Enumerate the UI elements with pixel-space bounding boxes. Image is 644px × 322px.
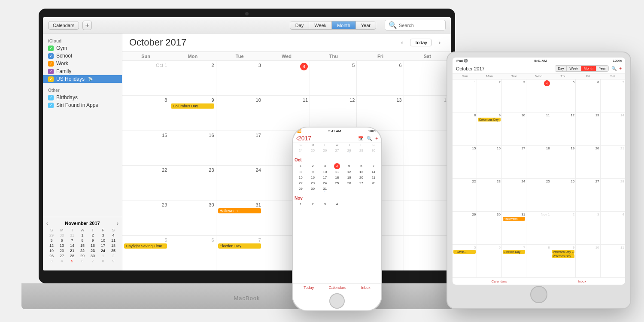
table-row[interactable]: 16 — [477, 146, 501, 178]
list-item[interactable]: 4 — [331, 201, 343, 207]
mini-cal-day[interactable]: 7 — [88, 258, 98, 264]
mini-cal-day[interactable]: 15 — [77, 243, 88, 248]
mini-cal-next[interactable]: › — [117, 221, 118, 226]
iphone-year-title[interactable]: 2017 — [298, 135, 358, 142]
table-row[interactable]: 9 Veterans Day L... Veterans Day — [551, 245, 576, 277]
ipad-add-icon[interactable]: + — [619, 66, 622, 71]
list-item[interactable]: 30 — [368, 148, 380, 155]
table-row[interactable]: 20 — [576, 146, 600, 178]
mini-cal-day[interactable]: 20 — [57, 248, 67, 253]
table-row[interactable]: 28 — [601, 179, 625, 211]
ipad-day-btn[interactable]: Day — [555, 66, 567, 71]
ipad-inbox-btn[interactable]: Inbox — [578, 279, 586, 283]
event-halloween[interactable]: Halloween — [503, 217, 525, 221]
calendars-button[interactable]: Calendars — [48, 21, 79, 30]
mini-cal-day[interactable]: 6 — [77, 258, 88, 264]
table-row[interactable]: 10 — [502, 112, 526, 145]
table-row[interactable]: 7 Election Day — [502, 245, 526, 277]
iphone-today-btn[interactable]: Today — [304, 286, 314, 290]
table-row[interactable]: 22 — [122, 166, 169, 200]
list-item[interactable]: 14 — [368, 169, 380, 175]
mini-cal-day[interactable]: 29 — [46, 233, 57, 238]
mini-cal-day[interactable]: 4 — [108, 233, 118, 238]
list-item[interactable]: 13 — [355, 169, 367, 175]
table-row[interactable]: 3 — [502, 79, 526, 112]
sidebar-item-family[interactable]: ✓ Family — [43, 67, 122, 75]
table-row[interactable]: 22 — [453, 179, 477, 211]
mini-cal-day[interactable]: 24 — [98, 248, 108, 253]
mini-cal-prev[interactable]: ‹ — [46, 221, 48, 226]
mini-cal-day[interactable]: 23 — [88, 248, 98, 253]
event-election-day[interactable]: Election Day — [503, 250, 525, 254]
list-item[interactable]: 23 — [307, 180, 319, 186]
ipad-year-btn[interactable]: Year — [596, 66, 608, 71]
mini-cal-day[interactable]: 27 — [57, 253, 67, 258]
mini-cal-day[interactable]: 3 — [98, 233, 108, 238]
table-row[interactable]: 12 — [551, 112, 576, 145]
list-item[interactable]: 26 — [343, 180, 355, 186]
mini-cal-day[interactable]: 26 — [46, 253, 57, 258]
table-row[interactable]: 12 — [310, 96, 357, 130]
table-row[interactable]: 17 — [502, 146, 526, 178]
table-row[interactable]: 11 — [263, 96, 310, 130]
mini-cal-day[interactable]: 11 — [108, 238, 118, 243]
table-row[interactable]: 4 — [601, 212, 625, 244]
list-item[interactable]: 27 — [331, 148, 343, 155]
search-input[interactable] — [399, 23, 442, 28]
list-item[interactable]: 19 — [343, 175, 355, 180]
event-veterans-day[interactable]: Veterans Day L... — [552, 250, 574, 254]
today-button[interactable]: Today — [410, 39, 432, 46]
sidebar-item-siri-found-apps[interactable]: ✓ Siri Found in Apps — [43, 101, 122, 109]
table-row[interactable]: 6 — [576, 79, 600, 112]
sidebar-item-school[interactable]: ✓ School — [43, 52, 122, 60]
list-item[interactable]: 31 — [319, 186, 331, 193]
table-row[interactable]: 31 Halloween — [216, 200, 263, 235]
table-row[interactable] — [404, 166, 451, 200]
table-row[interactable]: 29 — [122, 200, 169, 235]
list-item[interactable]: 18 — [331, 175, 343, 180]
table-row[interactable]: 5 — [551, 79, 576, 112]
table-row[interactable]: 25 — [526, 179, 551, 211]
mini-cal-day[interactable]: 4 — [57, 258, 67, 264]
list-item[interactable]: 10 — [319, 169, 331, 175]
table-row[interactable]: 14 — [601, 112, 625, 145]
mini-cal-day[interactable]: 8 — [98, 258, 108, 264]
list-item[interactable]: 28 — [343, 148, 355, 155]
table-row[interactable]: 7 — [601, 79, 625, 112]
table-row[interactable] — [404, 200, 451, 235]
list-item[interactable]: 24 — [295, 148, 307, 155]
mini-cal-day[interactable]: 5 — [67, 258, 77, 264]
mini-cal-day[interactable]: 3 — [46, 258, 57, 264]
list-item[interactable]: 20 — [355, 175, 367, 180]
iphone-cal-icon[interactable]: 📅 — [358, 136, 363, 141]
event-election-day[interactable]: Election Day — [218, 243, 261, 249]
mini-cal-day[interactable]: 8 — [77, 238, 88, 243]
table-row[interactable]: 17 — [216, 131, 263, 165]
mini-cal-day[interactable]: 21 — [67, 248, 77, 253]
table-row[interactable]: 29 — [453, 212, 477, 244]
table-row[interactable]: 7 Election Day — [216, 236, 263, 270]
table-row[interactable]: 4 — [526, 79, 551, 112]
table-row[interactable]: 9 Columbus Day — [477, 112, 501, 145]
list-item[interactable]: 7 — [368, 163, 380, 169]
table-row[interactable]: 8 — [122, 96, 169, 130]
mini-cal-day[interactable]: 2 — [108, 253, 118, 258]
mini-cal-day[interactable]: 13 — [57, 243, 67, 248]
table-row[interactable]: 8 — [453, 112, 477, 145]
mini-cal-day[interactable]: 17 — [98, 243, 108, 248]
ipad-month-btn[interactable]: Month — [581, 66, 596, 71]
table-row[interactable]: 11 — [526, 112, 551, 145]
mini-cal-day[interactable]: 5 — [46, 238, 57, 243]
table-row[interactable]: 24 — [216, 166, 263, 200]
mini-cal-day[interactable]: 1 — [98, 253, 108, 258]
mini-cal-day[interactable]: 2 — [88, 233, 98, 238]
table-row[interactable]: 2 — [551, 212, 576, 244]
ipad-calendars-btn[interactable]: Calendars — [491, 279, 507, 283]
mini-cal-day[interactable]: 9 — [108, 258, 118, 264]
event-veterans-day-2[interactable]: Veterans Day — [552, 254, 574, 258]
sidebar-item-work[interactable]: ✓ Work — [43, 60, 122, 67]
list-item[interactable]: 26 — [319, 148, 331, 155]
month-view-btn[interactable]: Month — [332, 21, 356, 29]
list-item[interactable]: 24 — [319, 180, 331, 186]
mini-cal-day[interactable]: 9 — [88, 238, 98, 243]
